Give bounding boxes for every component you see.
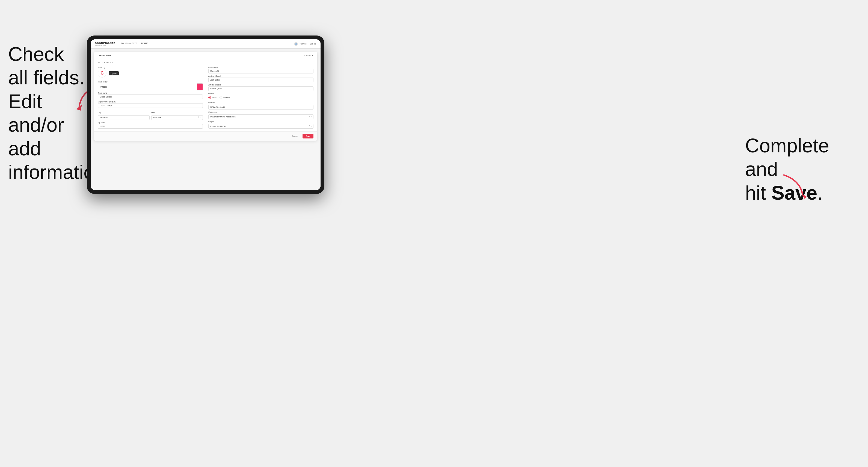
colour-swatch[interactable] xyxy=(197,83,203,90)
assistant-coach-label: Assistant Coach xyxy=(208,75,313,77)
division-label: Division xyxy=(208,102,313,103)
city-state-group: City State New York xyxy=(98,110,203,120)
cancel-header-button[interactable]: Cancel ✕ xyxy=(305,54,313,57)
nav-tournaments[interactable]: TOURNAMENTS xyxy=(121,42,137,45)
athletic-director-group: Athletic Director xyxy=(208,84,313,91)
conference-select[interactable]: University Athletic Association xyxy=(208,115,313,119)
arrow-right-icon xyxy=(775,169,813,205)
user-avatar: 👤 xyxy=(294,42,298,46)
mens-radio-dot[interactable] xyxy=(208,96,211,99)
navbar-nav: TOURNAMENTS TEAMS xyxy=(121,42,294,45)
team-colour-group: Team colour xyxy=(98,81,203,90)
city-input[interactable] xyxy=(98,115,150,120)
save-button[interactable]: Save xyxy=(303,134,313,138)
region-group: Region Region II - (M) DIII ✕ ⌄ xyxy=(208,121,313,129)
team-name-input[interactable] xyxy=(98,94,203,99)
team-logo-group: Team logo C Upload xyxy=(98,66,203,79)
conference-select-wrapper: University Athletic Association ✕ ⌄ xyxy=(208,114,313,119)
zip-input[interactable] xyxy=(98,124,203,129)
team-colour-label: Team colour xyxy=(98,81,203,83)
team-name-label: Team name xyxy=(98,92,203,94)
athletic-director-input[interactable] xyxy=(208,86,313,91)
state-group: State New York ✕ ⌄ xyxy=(151,110,203,120)
upload-button[interactable]: Upload xyxy=(109,71,119,75)
assistant-coach-input[interactable] xyxy=(208,77,313,82)
athletic-director-label: Athletic Director xyxy=(208,84,313,86)
head-coach-input[interactable] xyxy=(208,69,313,73)
modal-overlay: Create Team Cancel ✕ TEAM DETAILS xyxy=(91,49,320,190)
division-select[interactable]: NCAA Division III xyxy=(208,105,313,110)
division-group: Division NCAA Division III ⌄ xyxy=(208,102,313,110)
cancel-footer-button[interactable]: Cancel xyxy=(290,134,300,138)
division-select-wrapper: NCAA Division III ⌄ xyxy=(208,104,313,110)
modal-title: Create Team xyxy=(98,54,111,57)
gender-radio-group: Mens Womens xyxy=(208,95,313,100)
colour-row xyxy=(98,83,203,90)
tablet-screen: SCOREBOARD Powered by clippd TOURNAMENTS… xyxy=(91,39,320,190)
close-icon: ✕ xyxy=(311,54,313,57)
state-select[interactable]: New York xyxy=(151,115,203,120)
form-grid: Team logo C Upload Team colo xyxy=(98,66,313,129)
modal-footer: Cancel Save xyxy=(94,131,317,141)
brand-name: SCOREBOARD xyxy=(95,42,116,44)
form-left-col: Team logo C Upload Team colo xyxy=(98,66,203,129)
sign-out-link[interactable]: Sign out xyxy=(310,43,316,45)
zip-group: Zip code xyxy=(98,122,203,129)
head-coach-group: Head Coach xyxy=(208,66,313,73)
assistant-coach-group: Assistant Coach xyxy=(208,75,313,82)
womens-radio-dot[interactable] xyxy=(219,96,222,99)
display-name-label: Display name (unique) xyxy=(98,101,203,103)
state-label: State xyxy=(151,112,155,114)
tablet-device: SCOREBOARD Powered by clippd TOURNAMENTS… xyxy=(87,35,324,194)
logo-circle: C xyxy=(98,69,106,77)
team-logo-label: Team logo xyxy=(98,66,203,68)
modal-body: TEAM DETAILS Team logo C xyxy=(94,59,317,131)
head-coach-label: Head Coach xyxy=(208,66,313,68)
section-label: TEAM DETAILS xyxy=(98,62,313,64)
state-select-wrapper: New York ✕ ⌄ xyxy=(151,115,203,120)
svg-marker-1 xyxy=(801,193,807,199)
city-state-row: City State New York xyxy=(98,110,203,120)
create-team-modal: Create Team Cancel ✕ TEAM DETAILS xyxy=(94,52,317,141)
gender-group: Gender Mens Womens xyxy=(208,93,313,100)
region-select[interactable]: Region II - (M) DIII xyxy=(208,124,313,129)
logo-section: C Upload xyxy=(98,69,203,77)
navbar: SCOREBOARD Powered by clippd TOURNAMENTS… xyxy=(91,39,320,49)
user-name: Test User | xyxy=(300,43,308,45)
colour-input[interactable] xyxy=(98,85,197,89)
nav-teams[interactable]: TEAMS xyxy=(141,42,148,45)
display-name-group: Display name (unique) xyxy=(98,101,203,108)
conference-group: Conference University Athletic Associati… xyxy=(208,111,313,119)
gender-womens-radio[interactable]: Womens xyxy=(219,96,230,99)
navbar-right: 👤 Test User | Sign out xyxy=(294,42,316,46)
gender-mens-radio[interactable]: Mens xyxy=(208,96,217,99)
modal-header: Create Team Cancel ✕ xyxy=(94,52,317,59)
city-label: City xyxy=(98,112,101,114)
conference-label: Conference xyxy=(208,111,313,113)
region-select-wrapper: Region II - (M) DIII ✕ ⌄ xyxy=(208,123,313,129)
city-group: City xyxy=(98,110,150,120)
team-name-group: Team name xyxy=(98,92,203,99)
form-right-col: Head Coach Assistant Coach Athletic Dire… xyxy=(208,66,313,129)
gender-label: Gender xyxy=(208,93,313,94)
display-name-input[interactable] xyxy=(98,103,203,108)
brand-sub: Powered by clippd xyxy=(95,44,116,46)
zip-label: Zip code xyxy=(98,122,203,123)
region-label: Region xyxy=(208,121,313,123)
navbar-logo: SCOREBOARD Powered by clippd xyxy=(95,42,116,46)
